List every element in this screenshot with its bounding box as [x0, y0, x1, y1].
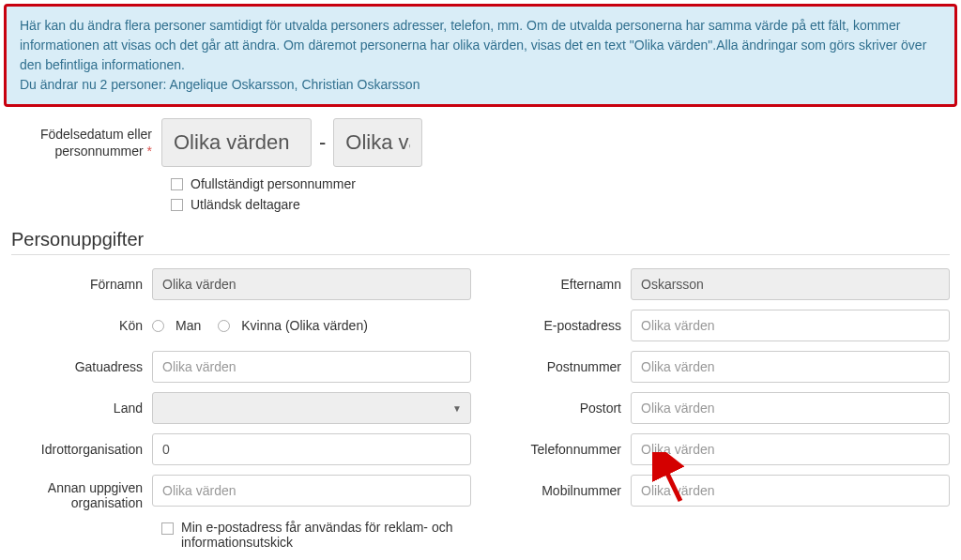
- email-optin-checkbox[interactable]: [161, 522, 174, 535]
- label-sportorg: Idrottorganisation: [11, 442, 152, 457]
- phone-input[interactable]: [631, 433, 950, 465]
- gender-male-label: Man: [175, 318, 201, 333]
- gender-female-label: Kvinna (Olika värden): [241, 318, 368, 333]
- country-select[interactable]: [152, 392, 471, 424]
- firstname-input[interactable]: [152, 268, 471, 300]
- email-optin-label: Min e-postadress får användas för reklam…: [181, 520, 463, 550]
- label-zip: Postnummer: [490, 359, 631, 374]
- mobile-input[interactable]: [631, 475, 950, 507]
- label-mobile: Mobilnummer: [490, 483, 631, 498]
- label-lastname: Efternamn: [490, 277, 631, 292]
- ssn-part1-input[interactable]: [161, 118, 312, 167]
- label-gender: Kön: [11, 318, 152, 333]
- ssn-dash: -: [319, 130, 326, 155]
- otherorg-input[interactable]: [152, 475, 471, 507]
- street-input[interactable]: [152, 351, 471, 383]
- gender-female-radio[interactable]: [218, 320, 230, 332]
- label-otherorg: Annan uppgiven organisation: [11, 475, 152, 510]
- label-email: E-postadress: [490, 318, 631, 333]
- label-birth-ssn: Födelsedatum eller personnummer *: [11, 126, 161, 159]
- zip-input[interactable]: [631, 351, 950, 383]
- email-input[interactable]: [631, 310, 950, 341]
- info-banner-text-2: Du ändrar nu 2 personer: Angelique Oskar…: [20, 75, 941, 95]
- divider: [11, 254, 950, 255]
- info-banner-text-1: Här kan du ändra flera personer samtidig…: [20, 16, 941, 75]
- label-phone: Telefonnummer: [490, 442, 631, 457]
- incomplete-ssn-label: Ofullständigt personnummer: [191, 176, 356, 191]
- label-city: Postort: [490, 401, 631, 416]
- incomplete-ssn-checkbox[interactable]: [171, 178, 183, 190]
- label-street: Gatuadress: [11, 359, 152, 374]
- ssn-part2-input[interactable]: [333, 118, 422, 167]
- gender-male-radio[interactable]: [152, 320, 164, 332]
- foreign-participant-label: Utländsk deltagare: [191, 197, 300, 212]
- label-country: Land: [11, 401, 152, 416]
- sportorg-input[interactable]: [152, 433, 471, 465]
- info-banner: Här kan du ändra flera personer samtidig…: [4, 4, 957, 107]
- label-firstname: Förnamn: [11, 277, 152, 292]
- lastname-input[interactable]: [631, 268, 950, 300]
- city-input[interactable]: [631, 392, 950, 424]
- foreign-participant-checkbox[interactable]: [171, 199, 183, 211]
- section-title-person: Personuppgifter: [11, 229, 950, 250]
